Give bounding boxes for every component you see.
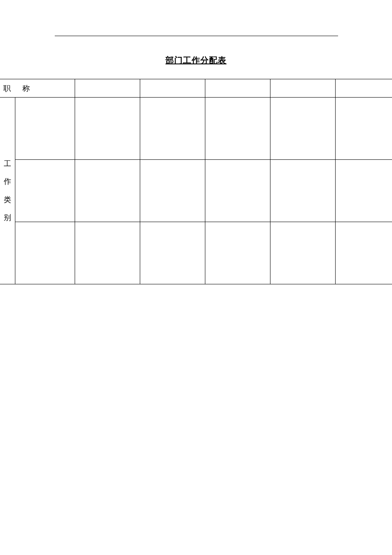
data-cell [140,98,205,160]
table-header-row: 职称 [0,79,392,98]
allocation-table: 职称 工 作 类 别 [0,79,392,284]
data-cell [270,222,335,284]
data-cell [335,160,392,222]
header-col [75,79,140,98]
header-col [335,79,392,98]
header-col [205,79,270,98]
data-cell [75,160,140,222]
side-label-work-category: 工 作 类 别 [0,98,15,284]
data-cell [75,222,140,284]
data-cell [75,98,140,160]
header-label: 职称 [0,79,75,98]
data-cell [205,98,270,160]
header-rule [55,36,338,36]
data-cell [335,222,392,284]
side-label-char: 类 [0,191,15,209]
data-cell [205,160,270,222]
data-cell [270,160,335,222]
side-label-char: 工 [0,155,15,173]
data-cell [140,222,205,284]
side-label-char: 作 [0,173,15,191]
data-cell [270,98,335,160]
page-title: 部门工作分配表 [0,55,392,66]
data-cell [205,222,270,284]
table-row [0,222,392,284]
category-cell [15,222,75,284]
table-row [0,160,392,222]
category-cell [15,160,75,222]
side-label-char: 别 [0,209,15,227]
data-cell [140,160,205,222]
data-cell [335,98,392,160]
header-col [270,79,335,98]
table-row: 工 作 类 别 [0,98,392,160]
header-col [140,79,205,98]
category-cell [15,98,75,160]
